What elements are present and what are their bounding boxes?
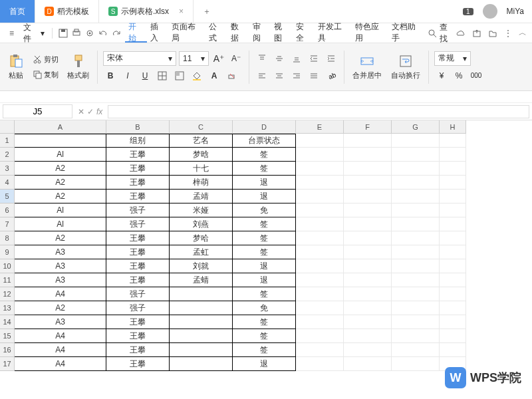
cell[interactable] <box>392 357 440 371</box>
cell[interactable] <box>392 245 440 259</box>
ribbon-tab-4[interactable]: 数据 <box>227 23 249 43</box>
cell[interactable]: 免 <box>233 301 296 315</box>
ribbon-tab-2[interactable]: 页面布局 <box>168 23 205 43</box>
cell[interactable] <box>296 259 344 273</box>
italic-button[interactable]: I <box>120 68 135 83</box>
row-header[interactable]: 1 <box>0 134 15 148</box>
cell[interactable]: 签 <box>233 287 296 301</box>
tab-document[interactable]: S 示例表格.xlsx × <box>99 0 194 23</box>
avatar[interactable] <box>483 4 497 19</box>
cell[interactable] <box>344 357 392 371</box>
cell[interactable] <box>296 315 344 329</box>
cell[interactable]: 签 <box>233 245 296 259</box>
cell[interactable]: 王攀 <box>106 231 170 245</box>
cell[interactable]: 退 <box>233 273 296 287</box>
cell[interactable] <box>440 343 466 357</box>
cell[interactable]: 签 <box>233 162 296 176</box>
cell[interactable] <box>170 343 233 357</box>
cell[interactable] <box>392 273 440 287</box>
notification-badge[interactable]: 1 <box>463 8 473 15</box>
col-header-E[interactable]: E <box>296 120 344 134</box>
cell[interactable]: A3 <box>15 245 106 259</box>
cancel-icon[interactable]: ✕ <box>78 107 84 116</box>
cell[interactable]: 梦哈 <box>170 231 233 245</box>
more-icon[interactable]: ⋮ <box>504 29 512 38</box>
cell[interactable]: 免 <box>233 203 296 217</box>
cell[interactable]: A4 <box>15 343 106 357</box>
cell[interactable] <box>344 315 392 329</box>
cell[interactable] <box>440 217 466 231</box>
row-header[interactable]: 9 <box>0 245 15 259</box>
cell[interactable] <box>170 315 233 329</box>
align-middle-button[interactable] <box>272 51 287 66</box>
cell[interactable] <box>296 190 344 203</box>
cell[interactable] <box>440 162 466 176</box>
confirm-icon[interactable]: ✓ <box>87 107 94 116</box>
cell[interactable] <box>344 245 392 259</box>
folder-icon[interactable] <box>488 29 497 38</box>
cell[interactable] <box>344 273 392 287</box>
cell[interactable] <box>392 259 440 273</box>
cell[interactable] <box>170 357 233 371</box>
preview-icon[interactable] <box>85 29 94 38</box>
cell[interactable]: 米娅 <box>170 203 233 217</box>
row-header[interactable]: 4 <box>0 176 15 190</box>
tab-new[interactable]: ＋ <box>194 0 220 23</box>
tab-home[interactable]: 首页 <box>0 0 35 23</box>
font-dropdown[interactable]: 宋体▾ <box>103 51 176 66</box>
cell[interactable]: 王攀 <box>106 148 170 162</box>
cell[interactable]: 签 <box>233 148 296 162</box>
cell[interactable]: 签 <box>233 315 296 329</box>
save-icon[interactable] <box>59 29 68 38</box>
share-icon[interactable] <box>472 29 481 38</box>
cell[interactable] <box>392 329 440 343</box>
col-header-C[interactable]: C <box>170 120 233 134</box>
row-header[interactable]: 10 <box>0 259 15 273</box>
row-header[interactable]: 13 <box>0 301 15 315</box>
cell[interactable] <box>344 343 392 357</box>
cell[interactable] <box>392 231 440 245</box>
cell[interactable] <box>392 343 440 357</box>
copy-button[interactable]: 复制 <box>31 68 61 81</box>
cell[interactable] <box>344 217 392 231</box>
cell[interactable] <box>344 134 392 148</box>
cell[interactable] <box>344 231 392 245</box>
fx-icon[interactable]: fx <box>96 107 102 116</box>
cell[interactable]: 台票状态 <box>233 134 296 148</box>
formula-input[interactable] <box>108 105 529 118</box>
select-all-corner[interactable] <box>0 120 15 134</box>
cell[interactable]: 签 <box>233 343 296 357</box>
fill-color-button[interactable] <box>190 68 204 83</box>
paste-button[interactable]: 粘贴 <box>5 52 27 82</box>
row-header[interactable]: 17 <box>0 357 15 371</box>
cell[interactable] <box>296 245 344 259</box>
cell[interactable]: 十七 <box>170 162 233 176</box>
cell[interactable] <box>392 134 440 148</box>
ribbon-tab-10[interactable]: 文档助手 <box>388 23 426 43</box>
cut-button[interactable]: 剪切 <box>31 53 61 66</box>
row-header[interactable]: 8 <box>0 231 15 245</box>
cell[interactable]: 退 <box>233 190 296 203</box>
currency-button[interactable]: ¥ <box>434 68 449 83</box>
cell[interactable]: 王攀 <box>106 245 170 259</box>
cell[interactable] <box>440 176 466 190</box>
cell[interactable]: 王攀 <box>106 315 170 329</box>
underline-button[interactable]: U <box>138 68 152 83</box>
cell[interactable] <box>440 273 466 287</box>
cell[interactable]: 强子 <box>106 217 170 231</box>
cell[interactable]: 艺名 <box>170 134 233 148</box>
col-header-B[interactable]: B <box>106 120 170 134</box>
row-header[interactable]: 12 <box>0 287 15 301</box>
cell[interactable]: 王攀 <box>106 162 170 176</box>
menu-search-label[interactable]: 查找 <box>440 22 455 45</box>
ribbon-tab-0[interactable]: 开始 <box>125 23 147 43</box>
wrap-text-button[interactable]: 自动换行 <box>388 52 423 82</box>
cell[interactable]: A2 <box>15 301 106 315</box>
align-center-button[interactable] <box>272 68 287 83</box>
indent-decrease-button[interactable] <box>307 51 321 66</box>
col-header-D[interactable]: D <box>233 120 296 134</box>
cell[interactable]: 孟虹 <box>170 245 233 259</box>
row-header[interactable]: 7 <box>0 217 15 231</box>
cell[interactable] <box>344 176 392 190</box>
cell[interactable]: 强子 <box>106 287 170 301</box>
